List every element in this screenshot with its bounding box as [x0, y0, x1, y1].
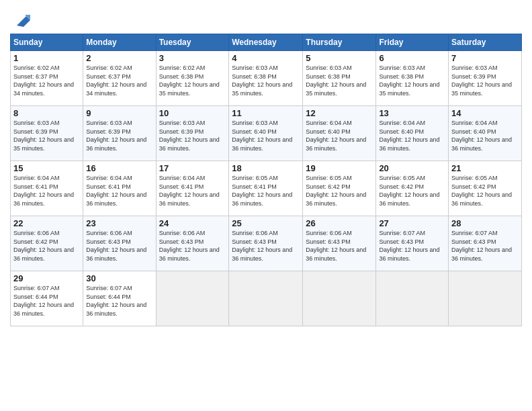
calendar-cell: 5Sunrise: 6:03 AMSunset: 6:38 PMDaylight… [303, 51, 376, 106]
sunset-label: Sunset: 6:40 PM [451, 128, 496, 135]
sunrise-label: Sunrise: 6:04 AM [379, 120, 425, 126]
sunset-label: Sunset: 6:38 PM [306, 73, 351, 80]
daylight-label: Daylight: 12 hours and 36 minutes. [159, 136, 220, 152]
day-number: 21 [451, 163, 519, 173]
calendar-table: SundayMondayTuesdayWednesdayThursdayFrid… [10, 34, 522, 326]
sunrise-label: Sunrise: 6:05 AM [232, 175, 278, 181]
day-info: Sunrise: 6:07 AMSunset: 6:44 PMDaylight:… [86, 284, 152, 318]
daylight-label: Daylight: 12 hours and 35 minutes. [13, 136, 74, 152]
sunset-label: Sunset: 6:39 PM [159, 128, 204, 135]
sunrise-label: Sunrise: 6:06 AM [86, 230, 132, 236]
day-info: Sunrise: 6:06 AMSunset: 6:43 PMDaylight:… [86, 229, 152, 263]
sunrise-label: Sunrise: 6:03 AM [232, 64, 278, 71]
sunrise-label: Sunrise: 6:05 AM [306, 175, 352, 181]
sunset-label: Sunset: 6:40 PM [306, 128, 351, 135]
sunrise-label: Sunrise: 6:02 AM [159, 64, 206, 71]
sunrise-label: Sunrise: 6:04 AM [451, 120, 498, 126]
sunrise-label: Sunrise: 6:06 AM [306, 230, 352, 236]
day-number: 22 [13, 218, 80, 228]
calendar-week-row: 29Sunrise: 6:07 AMSunset: 6:44 PMDayligh… [11, 271, 522, 326]
sunset-label: Sunset: 6:41 PM [86, 183, 131, 190]
sunset-label: Sunset: 6:39 PM [13, 128, 58, 135]
day-info: Sunrise: 6:05 AMSunset: 6:42 PMDaylight:… [451, 174, 519, 208]
sunset-label: Sunset: 6:43 PM [232, 238, 277, 245]
day-number: 30 [86, 273, 152, 283]
calendar-cell: 10Sunrise: 6:03 AMSunset: 6:39 PMDayligh… [156, 106, 229, 161]
day-number: 11 [232, 108, 300, 118]
day-info: Sunrise: 6:04 AMSunset: 6:41 PMDaylight:… [159, 174, 226, 208]
calendar-cell: 20Sunrise: 6:05 AMSunset: 6:42 PMDayligh… [376, 161, 449, 216]
daylight-label: Daylight: 12 hours and 36 minutes. [232, 246, 292, 262]
calendar-cell [449, 271, 522, 326]
sunrise-label: Sunrise: 6:03 AM [86, 120, 132, 126]
day-info: Sunrise: 6:02 AMSunset: 6:38 PMDaylight:… [159, 64, 226, 97]
sunset-label: Sunset: 6:39 PM [451, 73, 496, 80]
daylight-label: Daylight: 12 hours and 34 minutes. [13, 81, 74, 97]
calendar-cell: 8Sunrise: 6:03 AMSunset: 6:39 PMDaylight… [11, 106, 83, 161]
daylight-label: Daylight: 12 hours and 36 minutes. [232, 136, 292, 152]
day-info: Sunrise: 6:07 AMSunset: 6:43 PMDaylight:… [451, 229, 519, 263]
calendar-week-row: 15Sunrise: 6:04 AMSunset: 6:41 PMDayligh… [11, 161, 522, 216]
daylight-label: Daylight: 12 hours and 36 minutes. [13, 191, 74, 207]
day-info: Sunrise: 6:02 AMSunset: 6:37 PMDaylight:… [86, 64, 152, 97]
day-number: 20 [379, 163, 445, 173]
daylight-label: Daylight: 12 hours and 36 minutes. [13, 246, 74, 262]
calendar-cell: 16Sunrise: 6:04 AMSunset: 6:41 PMDayligh… [83, 161, 156, 216]
sunset-label: Sunset: 6:37 PM [13, 73, 58, 80]
calendar-cell: 14Sunrise: 6:04 AMSunset: 6:40 PMDayligh… [449, 106, 522, 161]
day-info: Sunrise: 6:03 AMSunset: 6:38 PMDaylight:… [232, 64, 300, 97]
day-number: 27 [379, 218, 445, 228]
daylight-label: Daylight: 12 hours and 36 minutes. [306, 136, 366, 152]
day-number: 19 [306, 163, 373, 173]
day-info: Sunrise: 6:06 AMSunset: 6:43 PMDaylight:… [306, 229, 373, 263]
logo-icon [11, 11, 32, 31]
day-info: Sunrise: 6:04 AMSunset: 6:40 PMDaylight:… [451, 119, 519, 152]
calendar-cell: 9Sunrise: 6:03 AMSunset: 6:39 PMDaylight… [83, 106, 156, 161]
calendar-cell: 27Sunrise: 6:07 AMSunset: 6:43 PMDayligh… [376, 216, 449, 271]
sunrise-label: Sunrise: 6:06 AM [159, 230, 206, 236]
calendar-week-row: 8Sunrise: 6:03 AMSunset: 6:39 PMDaylight… [11, 106, 522, 161]
day-info: Sunrise: 6:03 AMSunset: 6:40 PMDaylight:… [232, 119, 300, 152]
daylight-label: Daylight: 12 hours and 35 minutes. [379, 81, 439, 97]
day-number: 14 [451, 108, 519, 118]
daylight-label: Daylight: 12 hours and 36 minutes. [13, 302, 74, 317]
sunset-label: Sunset: 6:44 PM [13, 293, 58, 300]
day-number: 29 [13, 273, 80, 283]
sunrise-label: Sunrise: 6:04 AM [306, 120, 352, 126]
daylight-label: Daylight: 12 hours and 36 minutes. [86, 302, 146, 317]
sunset-label: Sunset: 6:43 PM [86, 238, 131, 245]
daylight-label: Daylight: 12 hours and 36 minutes. [379, 191, 439, 207]
sunrise-label: Sunrise: 6:03 AM [159, 120, 206, 126]
calendar-cell: 7Sunrise: 6:03 AMSunset: 6:39 PMDaylight… [449, 51, 522, 106]
sunrise-label: Sunrise: 6:03 AM [232, 120, 278, 126]
sunset-label: Sunset: 6:44 PM [86, 293, 131, 300]
calendar-cell: 30Sunrise: 6:07 AMSunset: 6:44 PMDayligh… [83, 271, 156, 326]
sunset-label: Sunset: 6:42 PM [451, 183, 496, 190]
day-number: 25 [232, 218, 300, 228]
daylight-label: Daylight: 12 hours and 35 minutes. [232, 81, 292, 97]
calendar-cell: 24Sunrise: 6:06 AMSunset: 6:43 PMDayligh… [156, 216, 229, 271]
daylight-label: Daylight: 12 hours and 36 minutes. [451, 191, 512, 207]
day-number: 2 [86, 53, 152, 63]
calendar-cell: 17Sunrise: 6:04 AMSunset: 6:41 PMDayligh… [156, 161, 229, 216]
sunrise-label: Sunrise: 6:04 AM [159, 175, 206, 181]
sunrise-label: Sunrise: 6:07 AM [86, 285, 132, 291]
day-info: Sunrise: 6:05 AMSunset: 6:42 PMDaylight:… [306, 174, 373, 208]
day-info: Sunrise: 6:06 AMSunset: 6:43 PMDaylight:… [159, 229, 226, 263]
sunrise-label: Sunrise: 6:02 AM [86, 64, 132, 71]
day-number: 13 [379, 108, 445, 118]
day-info: Sunrise: 6:03 AMSunset: 6:38 PMDaylight:… [306, 64, 373, 97]
day-info: Sunrise: 6:05 AMSunset: 6:41 PMDaylight:… [232, 174, 300, 208]
daylight-label: Daylight: 12 hours and 36 minutes. [306, 246, 366, 262]
day-number: 3 [159, 53, 226, 63]
sunset-label: Sunset: 6:38 PM [232, 73, 277, 80]
calendar-cell: 25Sunrise: 6:06 AMSunset: 6:43 PMDayligh… [229, 216, 303, 271]
day-info: Sunrise: 6:03 AMSunset: 6:39 PMDaylight:… [13, 119, 80, 152]
daylight-label: Daylight: 12 hours and 36 minutes. [379, 136, 439, 152]
sunset-label: Sunset: 6:39 PM [86, 128, 131, 135]
calendar-cell: 6Sunrise: 6:03 AMSunset: 6:38 PMDaylight… [376, 51, 449, 106]
day-number: 4 [232, 53, 300, 63]
logo [10, 9, 32, 31]
daylight-label: Daylight: 12 hours and 35 minutes. [306, 81, 366, 97]
day-number: 10 [159, 108, 226, 118]
